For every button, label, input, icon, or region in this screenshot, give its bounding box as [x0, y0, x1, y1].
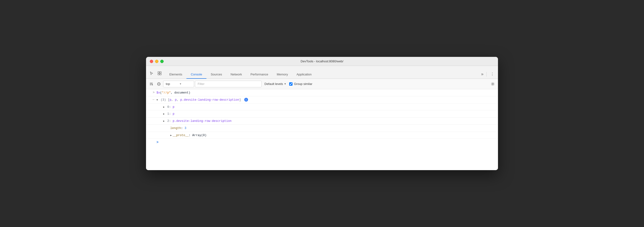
- proto-expand-arrow[interactable]: ►: [170, 134, 172, 137]
- devtools-window: DevTools - localhost:8080/web/ Elements: [146, 57, 498, 170]
- inspect-icon-button[interactable]: [156, 70, 163, 77]
- console-proto[interactable]: ►__proto__: Array(0): [163, 133, 496, 138]
- more-tabs-button[interactable]: »: [480, 72, 484, 77]
- close-button[interactable]: [150, 60, 153, 63]
- console-result-expandable[interactable]: ▼ (3) [p, p, p.devsite-landing-row-descr…: [156, 97, 496, 102]
- window-title: DevTools - localhost:8080/web/: [300, 60, 344, 63]
- console-length: length: 3: [163, 126, 496, 131]
- console-proto-row: ►__proto__: Array(0): [146, 132, 498, 139]
- expand-arrow-icon[interactable]: ▼: [156, 98, 158, 102]
- devtools-menu-button[interactable]: ⋮: [488, 72, 496, 76]
- console-item0[interactable]: ► 0: p: [163, 104, 496, 109]
- console-item-1-row: ► 1: p: [146, 110, 498, 118]
- svg-rect-4: [150, 83, 153, 83]
- item0-expand-arrow[interactable]: ►: [163, 105, 164, 109]
- svg-rect-3: [160, 74, 161, 75]
- result-gutter: ←: [146, 97, 156, 101]
- length-gutter: [146, 126, 156, 126]
- clear-console-button[interactable]: [148, 81, 154, 87]
- command-gutter: >: [146, 90, 156, 94]
- svg-rect-6: [150, 85, 151, 85]
- item2-gutter: [146, 118, 156, 119]
- item1-gutter: [146, 111, 156, 112]
- info-badge[interactable]: i: [244, 98, 248, 102]
- console-result-row: ← ▼ (3) [p, p, p.devsite-landing-row-des…: [146, 96, 498, 104]
- filter-input[interactable]: [195, 81, 262, 87]
- cursor-icon-button[interactable]: [148, 70, 155, 77]
- command-prompt-arrow: >: [153, 91, 154, 94]
- prompt-symbol: >: [156, 140, 158, 144]
- svg-rect-0: [158, 72, 159, 73]
- context-arrow-icon: ▼: [179, 83, 192, 85]
- group-similar-checkbox[interactable]: [289, 82, 292, 86]
- tab-console[interactable]: Console: [186, 70, 206, 79]
- tab-bar-right: » ⋮: [480, 72, 496, 79]
- command-dollar-fn: $x: [156, 91, 160, 94]
- svg-point-9: [492, 83, 494, 85]
- console-command-text: $x("//p", document): [156, 90, 496, 95]
- console-item-2-row: ► 2: p.devsite-landing-row-description: [146, 118, 498, 125]
- title-bar: DevTools - localhost:8080/web/: [146, 57, 498, 66]
- minimize-button[interactable]: [155, 60, 158, 63]
- console-content: > $x("//p", document) ← ▼ (3) [p, p, p.d…: [146, 89, 498, 170]
- tab-bar-icons: [148, 70, 163, 79]
- tab-sources[interactable]: Sources: [206, 70, 226, 79]
- svg-rect-1: [160, 72, 161, 73]
- console-length-row: length: 3: [146, 125, 498, 132]
- item2-expand-arrow[interactable]: ►: [163, 119, 164, 123]
- divider: [486, 72, 486, 77]
- tab-memory[interactable]: Memory: [272, 70, 292, 79]
- tab-performance[interactable]: Performance: [246, 70, 272, 79]
- default-levels-button[interactable]: Default levels ▼: [262, 81, 288, 87]
- result-arrow-icon: ←: [153, 98, 154, 101]
- console-item2[interactable]: ► 2: p.devsite-landing-row-description: [163, 118, 496, 123]
- maximize-button[interactable]: [160, 60, 164, 63]
- no-entry-button[interactable]: [156, 81, 162, 87]
- console-command-row: > $x("//p", document): [146, 89, 498, 96]
- console-prompt-row: >: [146, 139, 498, 146]
- group-similar-checkbox-label[interactable]: Group similar: [289, 82, 312, 86]
- context-selector[interactable]: top ▼: [163, 81, 194, 87]
- tab-elements[interactable]: Elements: [165, 70, 186, 79]
- console-toolbar: top ▼ Default levels ▼ Group similar: [146, 79, 498, 89]
- item0-gutter: [146, 104, 156, 105]
- svg-rect-2: [158, 74, 159, 75]
- console-item1[interactable]: ► 1: p: [163, 111, 496, 116]
- tab-network[interactable]: Network: [226, 70, 246, 79]
- console-item-0-row: ► 0: p: [146, 104, 498, 111]
- console-input[interactable]: [159, 141, 496, 144]
- default-levels-arrow-icon: ▼: [284, 83, 286, 85]
- proto-gutter: [146, 133, 156, 133]
- item1-expand-arrow[interactable]: ►: [163, 112, 164, 116]
- svg-rect-5: [150, 84, 153, 84]
- settings-gear-button[interactable]: [490, 81, 496, 87]
- tab-bar: Elements Console Sources Network Perform…: [146, 66, 498, 79]
- tab-application[interactable]: Application: [292, 70, 316, 79]
- traffic-lights: [150, 60, 164, 63]
